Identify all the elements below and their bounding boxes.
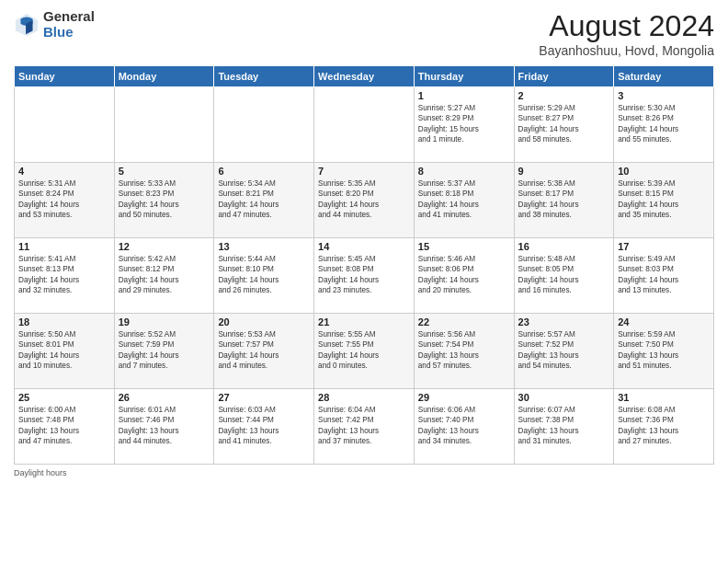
day-info: Sunrise: 5:50 AM Sunset: 8:01 PM Dayligh… bbox=[18, 329, 110, 372]
day-info: Sunrise: 6:01 AM Sunset: 7:46 PM Dayligh… bbox=[119, 405, 210, 447]
table-row: 24Sunrise: 5:59 AM Sunset: 7:50 PM Dayli… bbox=[614, 314, 714, 389]
table-row: 25Sunrise: 6:00 AM Sunset: 7:48 PM Dayli… bbox=[15, 389, 115, 465]
table-row bbox=[114, 87, 214, 163]
col-sunday: Sunday bbox=[15, 66, 115, 87]
day-info: Sunrise: 5:33 AM Sunset: 8:23 PM Dayligh… bbox=[119, 178, 210, 221]
footer-text: Daylight hours bbox=[14, 468, 67, 477]
table-row: 14Sunrise: 5:45 AM Sunset: 8:08 PM Dayli… bbox=[314, 238, 415, 314]
month-title: August 2024 bbox=[539, 9, 714, 43]
day-info: Sunrise: 5:39 AM Sunset: 8:15 PM Dayligh… bbox=[618, 178, 710, 221]
table-row: 29Sunrise: 6:06 AM Sunset: 7:40 PM Dayli… bbox=[414, 389, 514, 465]
day-info: Sunrise: 5:37 AM Sunset: 8:18 PM Dayligh… bbox=[418, 178, 510, 221]
logo-icon bbox=[14, 12, 40, 38]
table-row: 22Sunrise: 5:56 AM Sunset: 7:54 PM Dayli… bbox=[414, 314, 514, 389]
day-number: 28 bbox=[318, 392, 410, 403]
day-number: 6 bbox=[218, 166, 310, 177]
col-friday: Friday bbox=[514, 66, 614, 87]
day-number: 11 bbox=[18, 241, 110, 252]
table-row: 4Sunrise: 5:31 AM Sunset: 8:24 PM Daylig… bbox=[15, 163, 115, 238]
day-number: 27 bbox=[218, 392, 310, 403]
day-number: 30 bbox=[518, 392, 610, 403]
day-info: Sunrise: 5:31 AM Sunset: 8:24 PM Dayligh… bbox=[18, 178, 110, 221]
day-info: Sunrise: 5:41 AM Sunset: 8:13 PM Dayligh… bbox=[18, 254, 110, 296]
day-info: Sunrise: 5:57 AM Sunset: 7:52 PM Dayligh… bbox=[518, 329, 610, 372]
day-info: Sunrise: 5:44 AM Sunset: 8:10 PM Dayligh… bbox=[218, 254, 310, 296]
day-info: Sunrise: 5:46 AM Sunset: 8:06 PM Dayligh… bbox=[418, 254, 510, 296]
day-info: Sunrise: 5:53 AM Sunset: 7:57 PM Dayligh… bbox=[218, 329, 310, 372]
table-row: 19Sunrise: 5:52 AM Sunset: 7:59 PM Dayli… bbox=[114, 314, 214, 389]
table-row: 13Sunrise: 5:44 AM Sunset: 8:10 PM Dayli… bbox=[214, 238, 314, 314]
day-number: 18 bbox=[18, 316, 110, 327]
day-number: 23 bbox=[518, 316, 610, 327]
logo-general-text: General bbox=[43, 9, 95, 25]
table-row: 11Sunrise: 5:41 AM Sunset: 8:13 PM Dayli… bbox=[15, 238, 115, 314]
day-number: 24 bbox=[618, 316, 710, 327]
col-monday: Monday bbox=[114, 66, 214, 87]
day-info: Sunrise: 6:06 AM Sunset: 7:40 PM Dayligh… bbox=[418, 405, 510, 447]
day-number: 26 bbox=[119, 392, 210, 403]
col-wednesday: Wednesday bbox=[314, 66, 415, 87]
title-block: August 2024 Bayanhoshuu, Hovd, Mongolia bbox=[539, 9, 714, 58]
day-number: 29 bbox=[418, 392, 510, 403]
table-row: 5Sunrise: 5:33 AM Sunset: 8:23 PM Daylig… bbox=[114, 163, 214, 238]
header-row: Sunday Monday Tuesday Wednesday Thursday… bbox=[15, 66, 714, 87]
col-thursday: Thursday bbox=[414, 66, 514, 87]
table-row: 12Sunrise: 5:42 AM Sunset: 8:12 PM Dayli… bbox=[114, 238, 214, 314]
calendar-week-1: 4Sunrise: 5:31 AM Sunset: 8:24 PM Daylig… bbox=[15, 163, 714, 238]
day-number: 13 bbox=[218, 241, 310, 252]
table-row: 15Sunrise: 5:46 AM Sunset: 8:06 PM Dayli… bbox=[414, 238, 514, 314]
day-info: Sunrise: 6:03 AM Sunset: 7:44 PM Dayligh… bbox=[218, 405, 310, 447]
day-number: 22 bbox=[418, 316, 510, 327]
table-row: 20Sunrise: 5:53 AM Sunset: 7:57 PM Dayli… bbox=[214, 314, 314, 389]
day-number: 10 bbox=[618, 166, 710, 177]
day-number: 14 bbox=[318, 241, 410, 252]
day-number: 31 bbox=[618, 392, 710, 403]
day-info: Sunrise: 5:42 AM Sunset: 8:12 PM Dayligh… bbox=[119, 254, 210, 296]
col-tuesday: Tuesday bbox=[214, 66, 314, 87]
day-info: Sunrise: 6:04 AM Sunset: 7:42 PM Dayligh… bbox=[318, 405, 410, 447]
day-number: 19 bbox=[119, 316, 210, 327]
table-row: 28Sunrise: 6:04 AM Sunset: 7:42 PM Dayli… bbox=[314, 389, 415, 465]
calendar-page: General Blue August 2024 Bayanhoshuu, Ho… bbox=[0, 0, 728, 563]
table-row: 1Sunrise: 5:27 AM Sunset: 8:29 PM Daylig… bbox=[414, 87, 514, 163]
table-row bbox=[15, 87, 115, 163]
day-info: Sunrise: 6:07 AM Sunset: 7:38 PM Dayligh… bbox=[518, 405, 610, 447]
day-info: Sunrise: 5:30 AM Sunset: 8:26 PM Dayligh… bbox=[618, 103, 710, 145]
day-info: Sunrise: 5:34 AM Sunset: 8:21 PM Dayligh… bbox=[218, 178, 310, 221]
day-info: Sunrise: 5:27 AM Sunset: 8:29 PM Dayligh… bbox=[418, 103, 510, 145]
day-info: Sunrise: 5:55 AM Sunset: 7:55 PM Dayligh… bbox=[318, 329, 410, 372]
table-row: 16Sunrise: 5:48 AM Sunset: 8:05 PM Dayli… bbox=[514, 238, 614, 314]
day-info: Sunrise: 5:48 AM Sunset: 8:05 PM Dayligh… bbox=[518, 254, 610, 296]
table-row: 21Sunrise: 5:55 AM Sunset: 7:55 PM Dayli… bbox=[314, 314, 415, 389]
logo-blue-text: Blue bbox=[43, 25, 95, 40]
logo: General Blue bbox=[14, 9, 95, 40]
table-row: 31Sunrise: 6:08 AM Sunset: 7:36 PM Dayli… bbox=[614, 389, 714, 465]
day-number: 15 bbox=[418, 241, 510, 252]
day-number: 16 bbox=[518, 241, 610, 252]
day-number: 17 bbox=[618, 241, 710, 252]
day-info: Sunrise: 6:00 AM Sunset: 7:48 PM Dayligh… bbox=[18, 405, 110, 447]
day-number: 3 bbox=[618, 90, 710, 101]
day-info: Sunrise: 5:29 AM Sunset: 8:27 PM Dayligh… bbox=[518, 103, 610, 145]
table-row: 10Sunrise: 5:39 AM Sunset: 8:15 PM Dayli… bbox=[614, 163, 714, 238]
day-number: 1 bbox=[418, 90, 510, 101]
table-row: 30Sunrise: 6:07 AM Sunset: 7:38 PM Dayli… bbox=[514, 389, 614, 465]
day-number: 9 bbox=[518, 166, 610, 177]
table-row: 6Sunrise: 5:34 AM Sunset: 8:21 PM Daylig… bbox=[214, 163, 314, 238]
day-number: 12 bbox=[119, 241, 210, 252]
day-number: 2 bbox=[518, 90, 610, 101]
day-number: 5 bbox=[119, 166, 210, 177]
header: General Blue August 2024 Bayanhoshuu, Ho… bbox=[14, 9, 714, 58]
calendar-week-2: 11Sunrise: 5:41 AM Sunset: 8:13 PM Dayli… bbox=[15, 238, 714, 314]
location-title: Bayanhoshuu, Hovd, Mongolia bbox=[539, 43, 714, 58]
col-saturday: Saturday bbox=[614, 66, 714, 87]
table-row: 2Sunrise: 5:29 AM Sunset: 8:27 PM Daylig… bbox=[514, 87, 614, 163]
calendar-table: Sunday Monday Tuesday Wednesday Thursday… bbox=[14, 65, 714, 465]
day-info: Sunrise: 5:45 AM Sunset: 8:08 PM Dayligh… bbox=[318, 254, 410, 296]
day-number: 25 bbox=[18, 392, 110, 403]
table-row bbox=[314, 87, 415, 163]
day-info: Sunrise: 6:08 AM Sunset: 7:36 PM Dayligh… bbox=[618, 405, 710, 447]
table-row bbox=[214, 87, 314, 163]
day-info: Sunrise: 5:35 AM Sunset: 8:20 PM Dayligh… bbox=[318, 178, 410, 221]
day-number: 21 bbox=[318, 316, 410, 327]
